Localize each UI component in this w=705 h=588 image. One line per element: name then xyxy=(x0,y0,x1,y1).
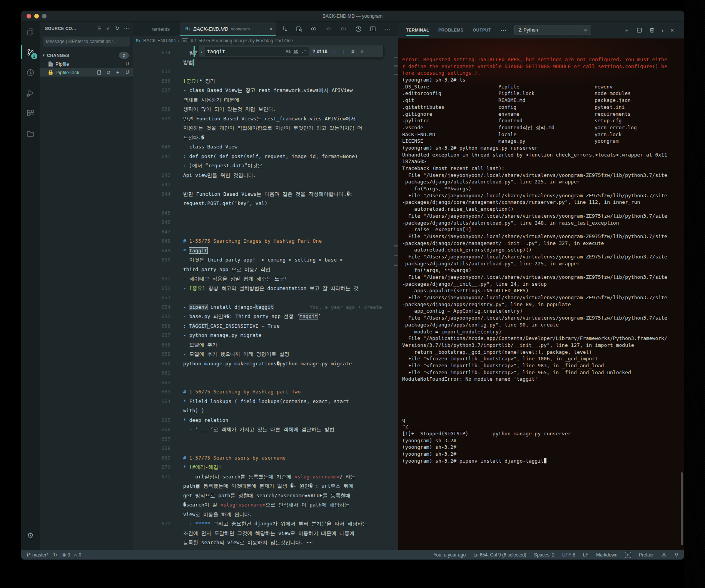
commit-message-input[interactable]: Message (⌘Enter to commit on '... xyxy=(43,37,130,47)
match-case-icon[interactable]: Aa xyxy=(286,49,291,54)
editor-line[interactable]: 643 xyxy=(133,180,398,190)
editor-line[interactable]: 느낀다.� xyxy=(133,133,398,143)
editor-body[interactable]: 634- 방법방법635636[중요]* 정리637- class Based … xyxy=(133,45,398,550)
debug-icon[interactable] xyxy=(21,83,40,103)
editor-line[interactable]: 방법 xyxy=(133,58,398,67)
editor-line[interactable]: �search이 걸 <slug:username>으로 인식해서 이 path… xyxy=(133,500,398,510)
editor-line[interactable]: 670* [#에러-해결] xyxy=(133,463,398,472)
open-file-icon[interactable] xyxy=(97,70,102,75)
editor-line[interactable]: 653 xyxy=(133,293,398,303)
editor-line[interactable]: 651- 해쉬태그 적용을 정말 쉽게 해주는 도구! xyxy=(133,274,398,284)
toggle-replace-icon[interactable]: › xyxy=(199,49,205,54)
open-preview-icon[interactable] xyxy=(296,26,302,32)
editor-line[interactable]: 648# 1-55/75 Searching Images by Hashtag… xyxy=(133,237,398,246)
stage-changes-icon[interactable]: ＋ xyxy=(115,69,120,76)
editor-line[interactable]: 664* Fileld lookups ( field lookups(cont… xyxy=(133,397,398,406)
tab-requirements-partial[interactable]: rements xyxy=(133,22,180,36)
editor-line[interactable]: 652- [중요] 항상 최고의 설치방법은 documentation 보고 … xyxy=(133,284,398,293)
indentation-item[interactable]: Spaces: 2 xyxy=(534,552,555,558)
refresh-icon[interactable]: ↻ xyxy=(115,25,119,31)
regex-icon[interactable]: .* xyxy=(301,49,306,54)
new-terminal-icon[interactable]: ＋ xyxy=(624,27,630,34)
editor-line[interactable]: 지원하는 것을 개인이 직접해야함으로 자신이 무엇인가 하고 있는거처럼 더 xyxy=(133,123,398,133)
notifications-bell-icon[interactable] xyxy=(674,552,679,557)
editor-line[interactable]: 666 - ‘ __ ‘로 객체가 가지고 있는 다른 객체에 점근하는 방법 xyxy=(133,425,398,435)
editor-line[interactable]: 668 xyxy=(133,444,398,453)
kill-terminal-icon[interactable] xyxy=(649,27,655,33)
close-panel-icon[interactable]: × xyxy=(670,27,674,33)
editor-line[interactable]: 637- class Based View는 장고 rest_framework… xyxy=(133,86,398,95)
open-changes-icon[interactable] xyxy=(282,26,288,32)
editor-more-actions-icon[interactable]: ⋯ xyxy=(384,25,390,33)
breadcrumb-file[interactable]: BACK-END.MD xyxy=(143,38,175,43)
settings-gear-icon[interactable]: ⚙ xyxy=(21,531,40,540)
tab-terminal[interactable]: TERMINAL xyxy=(406,28,429,32)
editor-line[interactable]: : )에서 “request.data”이것은 xyxy=(133,161,398,171)
editor-line[interactable]: 640- class Based View xyxy=(133,142,398,152)
encoding-item[interactable]: UTF-8 xyxy=(562,552,575,558)
compare-change-icon[interactable] xyxy=(325,26,332,32)
blame-annotation-item[interactable]: You, a year ago xyxy=(434,552,466,558)
editor-line[interactable]: 654- pipenv install django-taggit You, a… xyxy=(133,303,398,312)
feedback-icon[interactable] xyxy=(662,552,667,557)
changed-file-pipfile-lock[interactable]: Pipfile.lock ↺ ＋ U xyxy=(40,68,133,77)
next-change-icon[interactable] xyxy=(340,26,347,32)
close-find-icon[interactable]: × xyxy=(361,48,364,55)
editor-line[interactable]: 객체를 사용하기 때문에 xyxy=(133,95,398,105)
more-actions-icon[interactable]: ⋯ xyxy=(124,25,129,31)
next-match-icon[interactable]: ↓ xyxy=(342,48,345,55)
editor-line[interactable]: 조건에 먼저 도달하면 그것에 해당하는 view로 이동하기 때문에 나중에 xyxy=(133,529,398,538)
tab-back-end-md[interactable]: M↓ BACK-END.MD yoongram × xyxy=(180,22,276,36)
editor-line[interactable]: 656: TAGGIT_CASE_INSENSITIVE = True xyxy=(133,321,398,331)
editor-line[interactable]: 등록한 search의 view로 이동하지 않는것입니다. ~~ xyxy=(133,538,398,548)
split-editor-icon[interactable] xyxy=(370,26,376,32)
editor-line[interactable]: 657- python manage.py migrate xyxy=(133,331,398,340)
editor-line[interactable]: 665* deep relation xyxy=(133,416,398,425)
terminal-scrollbar[interactable] xyxy=(681,472,683,545)
project-folder-icon[interactable] xyxy=(21,123,40,144)
problems-item[interactable]: ⊗0 △0 xyxy=(62,552,81,558)
gitlens-icon[interactable] xyxy=(21,62,40,83)
editor-line[interactable]: 646 xyxy=(133,218,398,227)
extensions-icon[interactable] xyxy=(21,103,40,123)
editor-line[interactable]: 645 xyxy=(133,208,398,218)
find-input[interactable]: taggit Aa ab .* xyxy=(205,47,309,56)
editor-line[interactable]: 662 xyxy=(133,378,398,388)
editor-line[interactable]: view로 이동을 하게 됩니다. xyxy=(133,510,398,520)
editor-line[interactable]: 644반면 Function Based Views는 다음과 같은 것을 작성… xyxy=(133,190,398,199)
tab-output[interactable]: OUTPUT xyxy=(473,28,491,32)
cursor-position-item[interactable]: Ln 654, Col 9 (6 selected) xyxy=(473,552,526,558)
editor-line[interactable]: 659- 모델에 추가 했으니까 아래 명령어로 설정 xyxy=(133,350,398,359)
changed-file-pipfile[interactable]: Pipfile U xyxy=(40,60,133,68)
find-in-selection-icon[interactable]: ≡ xyxy=(351,48,354,55)
terminal[interactable]: error: Requested setting INSTALLED_APPS,… xyxy=(398,38,684,550)
panel-more-tabs-icon[interactable]: ⋯ xyxy=(500,27,506,34)
editor-line[interactable]: 638생략이 많이 되어 있는것 처럼 보인다. xyxy=(133,105,398,114)
editor-line[interactable]: 655- base.py 파일9�: Third party app 설정 ‘t… xyxy=(133,312,398,321)
breadcrumb[interactable]: M↓ BACK-END.MD › abc # 1-55/75 Searching… xyxy=(133,36,398,45)
changes-section-header[interactable]: ▼ CHANGES 2 xyxy=(40,51,133,60)
formatter-item[interactable]: Prettier xyxy=(639,552,654,558)
editor-line[interactable]: third party app 으로 이동/ 작업 xyxy=(133,265,398,275)
previous-change-icon[interactable] xyxy=(310,26,317,32)
editor-line[interactable]: 660python manage.py makemigrations�pytho… xyxy=(133,359,398,369)
editor-line[interactable]: 647 xyxy=(133,227,398,237)
editor-line[interactable]: 669# 1-57/75 Search users by username xyxy=(133,453,398,463)
editor-line[interactable]: 636[중요]* 정리 xyxy=(133,77,398,86)
editor-line[interactable]: 635 xyxy=(133,67,398,77)
sync-changes-item[interactable]: ↻ xyxy=(53,552,57,558)
collapse-panel-icon[interactable]: ‹ xyxy=(662,27,663,33)
split-terminal-icon[interactable] xyxy=(637,27,642,33)
source-control-icon[interactable]: 2 xyxy=(21,42,40,62)
eol-item[interactable]: LF xyxy=(583,552,588,558)
editor-line[interactable]: request.POST.get(‘key’, val) xyxy=(133,199,398,208)
editor-line[interactable]: 639반면 Function Based Views는 rest_framewo… xyxy=(133,114,398,124)
commit-check-icon[interactable]: ✓ xyxy=(106,25,110,31)
git-branch-item[interactable]: master* xyxy=(26,552,48,558)
editor-line[interactable]: 671 - url설정시 search를 등록했는데 기존에 <slug:use… xyxy=(133,472,398,482)
editor-line[interactable]: get 방식으로 path를 정할때 search/?username=VALU… xyxy=(133,491,398,501)
language-mode-item[interactable]: Markdown xyxy=(596,552,617,558)
editor-line[interactable]: 649* taggit xyxy=(133,246,398,256)
editor-line[interactable]: 663# 1-56/75 Searching by Hashtag part T… xyxy=(133,387,398,397)
editor-line[interactable]: 641: def post( def post(self, request, i… xyxy=(133,152,398,162)
